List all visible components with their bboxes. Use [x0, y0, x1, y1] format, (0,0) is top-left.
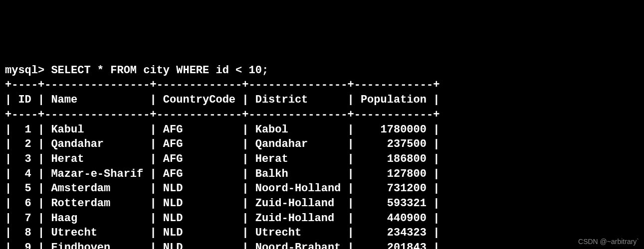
mysql-prompt: mysql>: [5, 64, 44, 77]
table-row: | 8 | Utrecht | NLD | Utrecht | 234323 |: [5, 227, 439, 239]
watermark: CSDN @~arbitrary`: [578, 237, 639, 247]
table-border-mid: +----+----------------+-------------+---…: [5, 109, 439, 121]
table-border-top: +----+----------------+-------------+---…: [5, 79, 439, 91]
sql-query: SELECT * FROM city WHERE id < 10;: [51, 64, 268, 77]
table-row: | 3 | Herat | AFG | Herat | 186800 |: [5, 153, 439, 165]
table-row: | 2 | Qandahar | AFG | Qandahar | 237500…: [5, 138, 439, 150]
table-row: | 1 | Kabul | AFG | Kabol | 1780000 |: [5, 124, 439, 136]
table-row: | 7 | Haag | NLD | Zuid-Holland | 440900…: [5, 212, 439, 225]
table-row: | 6 | Rotterdam | NLD | Zuid-Holland | 5…: [5, 197, 439, 210]
table-row: | 9 | Eindhoven | NLD | Noord-Brabant | …: [5, 242, 439, 249]
table-row: | 4 | Mazar-e-Sharif | AFG | Balkh | 127…: [5, 168, 439, 180]
table-row: | 5 | Amsterdam | NLD | Noord-Holland | …: [5, 182, 439, 195]
table-header: | ID | Name | CountryCode | District | P…: [5, 94, 439, 106]
